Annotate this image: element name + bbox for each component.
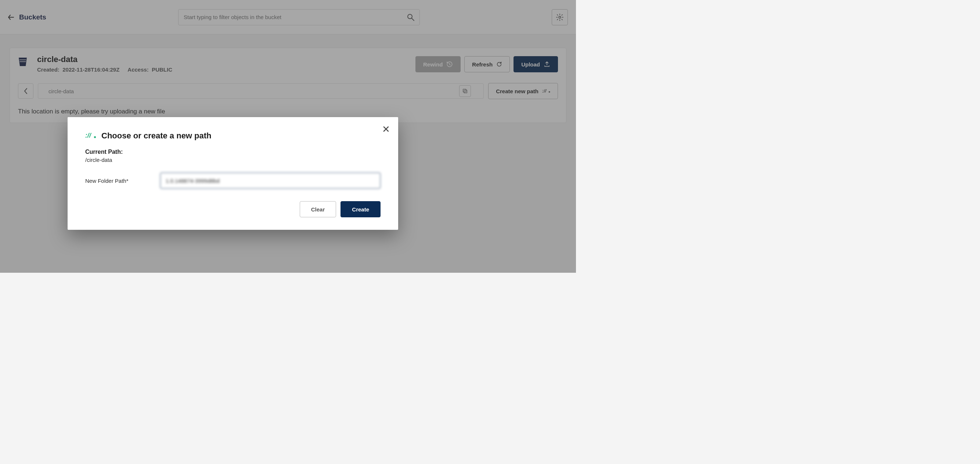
clear-button[interactable]: Clear <box>300 201 336 217</box>
new-folder-path-input[interactable] <box>160 173 380 189</box>
create-path-modal: ✕ :// Choose or create a new path Curren… <box>68 117 398 230</box>
svg-point-10 <box>94 136 96 138</box>
modal-title: Choose or create a new path <box>101 131 212 141</box>
new-folder-path-label: New Folder Path* <box>85 178 137 184</box>
current-path-label: Current Path: <box>85 149 380 155</box>
close-button[interactable]: ✕ <box>382 124 390 135</box>
create-button[interactable]: Create <box>340 201 380 217</box>
close-icon: ✕ <box>382 124 390 135</box>
clear-label: Clear <box>311 206 325 213</box>
path-icon: :// <box>85 132 96 140</box>
current-path-value: /circle-data <box>85 157 380 163</box>
create-label: Create <box>352 206 369 213</box>
svg-text:://: :// <box>85 132 92 139</box>
